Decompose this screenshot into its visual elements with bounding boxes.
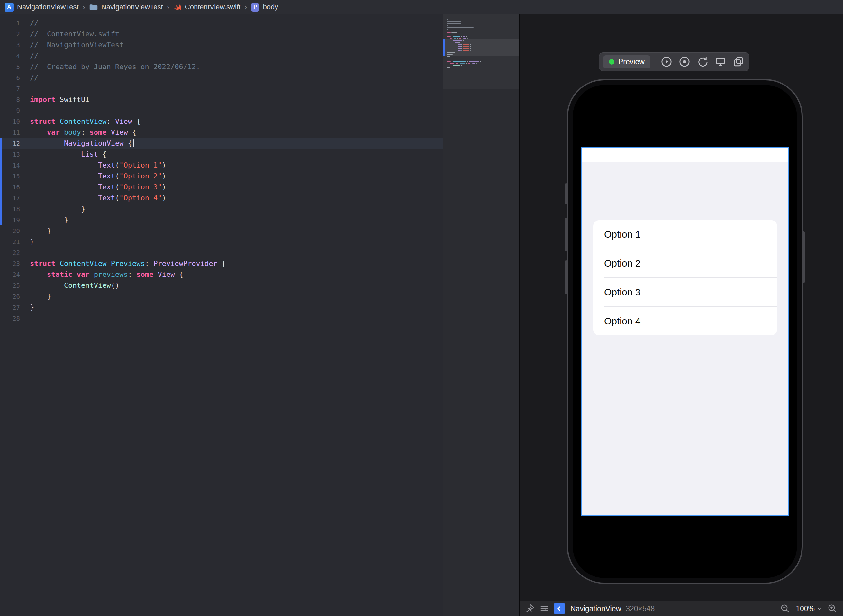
line-number[interactable]: 8	[0, 94, 25, 105]
code-line-6[interactable]: 6//	[0, 72, 443, 83]
code-line-24[interactable]: 24 static var previews: some View {	[0, 269, 443, 280]
zoom-in-icon[interactable]	[828, 604, 837, 613]
line-number[interactable]: 16	[0, 182, 25, 192]
code-line-26[interactable]: 26 }	[0, 291, 443, 302]
line-number[interactable]: 10	[0, 116, 25, 127]
line-number[interactable]: 6	[0, 72, 25, 83]
code-text: struct ContentView_Previews: PreviewProv…	[25, 258, 226, 269]
code-line-4[interactable]: 4//	[0, 50, 443, 62]
code-line-3[interactable]: 3// NavigationViewTest	[0, 40, 443, 50]
line-number[interactable]: 2	[0, 29, 25, 40]
code-text: }	[25, 236, 34, 247]
code-line-22[interactable]: 22	[0, 247, 443, 258]
code-text: ContentView()	[25, 280, 119, 291]
minimap[interactable]	[443, 15, 519, 616]
line-number[interactable]: 22	[0, 247, 25, 258]
list-row-option-3[interactable]: Option 3	[593, 278, 777, 307]
line-number[interactable]: 25	[0, 280, 25, 291]
line-number[interactable]: 24	[0, 269, 25, 280]
preview-toggle-button[interactable]: Preview	[603, 55, 650, 69]
canvas-status-bar: NavigationView 320×548 100%	[520, 601, 843, 616]
code-line-9[interactable]: 9	[0, 105, 443, 116]
code-text: // ContentView.swift	[25, 29, 119, 40]
line-number[interactable]: 20	[0, 225, 25, 236]
code-line-16[interactable]: 16 Text("Option 3")	[0, 182, 443, 192]
list-row-option-1[interactable]: Option 1	[593, 220, 777, 248]
change-indicator	[0, 138, 2, 225]
list-row-option-2[interactable]: Option 2	[593, 249, 777, 277]
code-line-21[interactable]: 21}	[0, 236, 443, 247]
breadcrumb-file[interactable]: ContentView.swift	[185, 3, 240, 11]
code-line-25[interactable]: 25 ContentView()	[0, 280, 443, 291]
duplicate-preview-icon[interactable]	[732, 55, 745, 69]
line-number[interactable]: 3	[0, 40, 25, 50]
project-icon: A	[4, 3, 14, 12]
minimap-line	[447, 70, 519, 72]
line-number[interactable]: 19	[0, 214, 25, 225]
line-number[interactable]: 28	[0, 313, 25, 324]
list-row-option-4[interactable]: Option 4	[593, 307, 777, 335]
breadcrumb-group[interactable]: NavigationViewTest	[101, 3, 163, 11]
code-line-23[interactable]: 23struct ContentView_Previews: PreviewPr…	[0, 258, 443, 269]
line-number[interactable]: 21	[0, 236, 25, 247]
breadcrumb-project[interactable]: NavigationViewTest	[17, 3, 79, 11]
line-number[interactable]: 15	[0, 171, 25, 182]
code-line-11[interactable]: 11 var body: some View {	[0, 127, 443, 138]
line-number[interactable]: 11	[0, 127, 25, 138]
line-number[interactable]: 12	[0, 138, 25, 149]
code-line-1[interactable]: 1//	[0, 18, 443, 29]
code-line-8[interactable]: 8import SwiftUI	[0, 94, 443, 105]
code-line-14[interactable]: 14 Text("Option 1")	[0, 160, 443, 171]
code-line-19[interactable]: 19 }	[0, 214, 443, 225]
code-line-13[interactable]: 13 List {	[0, 149, 443, 160]
line-number[interactable]: 9	[0, 105, 25, 116]
code-line-27[interactable]: 27}	[0, 302, 443, 313]
line-number[interactable]: 23	[0, 258, 25, 269]
zoom-out-icon[interactable]	[780, 604, 790, 613]
code-line-17[interactable]: 17 Text("Option 4")	[0, 192, 443, 204]
back-chevron-icon[interactable]	[554, 603, 565, 615]
code-text	[25, 247, 30, 258]
power-button	[802, 232, 805, 283]
code-line-7[interactable]: 7	[0, 83, 443, 94]
display-icon[interactable]	[714, 55, 727, 69]
code-text	[25, 83, 30, 94]
breadcrumb-symbol[interactable]: body	[263, 3, 278, 11]
code-text: NavigationView {	[25, 138, 134, 149]
list-row-label: Option 1	[604, 229, 641, 240]
adjust-icon[interactable]	[540, 604, 549, 613]
preview-toolbar: Preview	[599, 53, 749, 71]
play-circle-icon[interactable]	[660, 55, 673, 69]
code-editor[interactable]: 1//2// ContentView.swift3// NavigationVi…	[0, 15, 443, 616]
code-text: Text("Option 3")	[25, 182, 166, 192]
line-number[interactable]: 5	[0, 62, 25, 72]
line-number[interactable]: 27	[0, 302, 25, 313]
code-line-18[interactable]: 18 }	[0, 204, 443, 214]
line-number[interactable]: 14	[0, 160, 25, 171]
line-number[interactable]: 1	[0, 18, 25, 29]
line-number[interactable]: 17	[0, 192, 25, 204]
code-line-5[interactable]: 5// Created by Juan Reyes on 2022/06/12.	[0, 62, 443, 72]
line-number[interactable]: 4	[0, 50, 25, 62]
line-number[interactable]: 13	[0, 149, 25, 160]
code-line-12[interactable]: 12 NavigationView {	[0, 138, 443, 149]
pin-icon[interactable]	[525, 604, 535, 613]
chevron-right-icon: ›	[244, 3, 248, 12]
code-text	[25, 105, 30, 116]
code-text: }	[25, 225, 51, 236]
code-line-20[interactable]: 20 }	[0, 225, 443, 236]
rotate-icon[interactable]	[696, 55, 709, 69]
preview-toggle-label: Preview	[618, 57, 645, 66]
code-line-15[interactable]: 15 Text("Option 2")	[0, 171, 443, 182]
line-number[interactable]: 7	[0, 83, 25, 94]
zoom-level-button[interactable]: 100%	[796, 604, 822, 613]
code-line-10[interactable]: 10struct ContentView: View {	[0, 116, 443, 127]
inspect-icon[interactable]	[678, 55, 691, 69]
code-line-2[interactable]: 2// ContentView.swift	[0, 29, 443, 40]
chevron-right-icon: ›	[166, 3, 170, 12]
navigation-view-selection[interactable]: Option 1Option 2Option 3Option 4	[581, 147, 789, 516]
line-number[interactable]: 18	[0, 204, 25, 214]
code-line-28[interactable]: 28	[0, 313, 443, 324]
code-text: }	[25, 204, 85, 214]
line-number[interactable]: 26	[0, 291, 25, 302]
